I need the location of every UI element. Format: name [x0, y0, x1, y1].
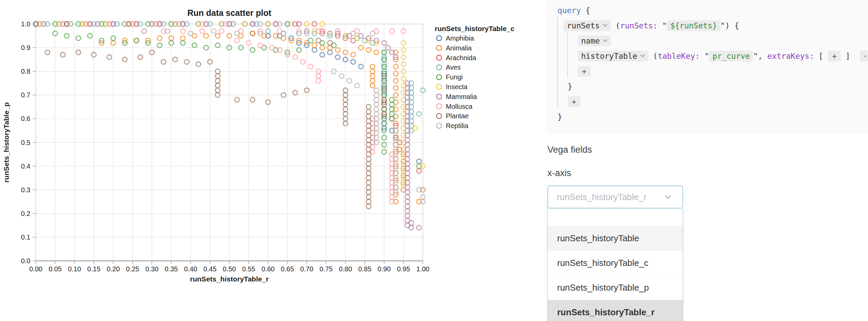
- code-token: ") {: [721, 21, 739, 30]
- template-variable-chip[interactable]: pr_curve: [709, 51, 753, 61]
- dropdown-option-runsets_historytable_c[interactable]: runSets_historyTable_c: [548, 250, 683, 275]
- legend-label: Mammalia: [446, 93, 477, 100]
- add-field-button[interactable]: +: [568, 96, 580, 107]
- vega-panel-editor: 0.000.050.100.150.200.250.300.350.400.45…: [0, 0, 868, 321]
- legend-label: Animalia: [446, 44, 472, 52]
- legend-title: runSets_historyTable_c: [435, 25, 515, 32]
- svg-text:0.9: 0.9: [21, 44, 30, 51]
- series-arachnida: [41, 22, 422, 173]
- legend-item-mollusca: Mollusca: [437, 103, 473, 110]
- svg-text:1.0: 1.0: [21, 20, 30, 28]
- dropdown-option-runsets_historytable_r[interactable]: runSets_historyTable_r: [548, 300, 683, 321]
- axes: 0.000.050.100.150.200.250.300.350.400.45…: [21, 20, 429, 273]
- svg-text:0.2: 0.2: [21, 210, 30, 217]
- field-chip-label: name: [581, 36, 600, 45]
- legend-item-plantae: Plantae: [437, 112, 469, 120]
- dropdown-search-input[interactable]: [548, 208, 683, 226]
- svg-text:0.85: 0.85: [358, 265, 371, 273]
- svg-text:0.1: 0.1: [21, 233, 30, 241]
- template-variable-chip[interactable]: ${runSets}: [667, 20, 720, 31]
- code-line: }: [547, 79, 868, 94]
- legend-item-aves: Aves: [437, 64, 461, 71]
- code-token: extraKeys:: [767, 52, 814, 60]
- legend-swatch: [437, 104, 442, 109]
- vega-fields-heading: Vega fields: [547, 145, 592, 155]
- legend-label: Aves: [446, 64, 461, 71]
- x-axis-field-menu: runSets_historyTablerunSets_historyTable…: [547, 208, 683, 321]
- svg-text:0.5: 0.5: [21, 139, 30, 146]
- x-axis-label: x-axis: [547, 168, 571, 178]
- field-chip-historytable[interactable]: historyTable: [578, 51, 648, 61]
- svg-text:0.55: 0.55: [242, 265, 255, 273]
- svg-text:0.05: 0.05: [49, 265, 62, 273]
- legend-swatch: [437, 114, 442, 119]
- add-field-button[interactable]: +: [578, 66, 591, 77]
- svg-text:0.90: 0.90: [378, 265, 391, 273]
- code-token: ": [700, 52, 709, 60]
- code-line: +: [547, 94, 868, 109]
- series-reptilia: [41, 22, 425, 204]
- legend-item-insecta: Insecta: [437, 83, 468, 91]
- x-axis-title: runSets_historyTable_r: [190, 275, 269, 283]
- query-code: query {runSets (runSets: "${runSets}") {…: [547, 3, 868, 124]
- legend-label: Amphibia: [446, 34, 474, 42]
- series-mollusca: [37, 22, 406, 204]
- dropdown-option-runsets_historytable[interactable]: runSets_historyTable: [548, 226, 683, 250]
- legend-label: Arachnida: [446, 54, 477, 61]
- query-editor: query {runSets (runSets: "${runSets}") {…: [547, 0, 868, 134]
- code-token: ": [657, 21, 667, 30]
- field-chip-runsets[interactable]: runSets: [564, 20, 611, 31]
- add-field-button[interactable]: +: [828, 51, 841, 61]
- svg-text:0.00: 0.00: [29, 265, 43, 273]
- series-mammalia: [41, 22, 422, 230]
- code-token: ]: [841, 52, 855, 60]
- chevron-down-icon: [640, 54, 645, 57]
- legend-item-fungi: Fungi: [437, 73, 463, 81]
- code-token: }: [558, 113, 562, 121]
- svg-text:0.8: 0.8: [21, 68, 30, 75]
- field-chip-label: runSets: [567, 21, 600, 30]
- chart-title: Run data scatter plot: [187, 8, 271, 18]
- field-chip-name[interactable]: name: [578, 35, 611, 46]
- svg-text:0.15: 0.15: [87, 265, 101, 273]
- svg-text:0.30: 0.30: [145, 265, 159, 273]
- legend-swatch: [437, 65, 442, 70]
- svg-text:0.7: 0.7: [21, 91, 30, 99]
- legend-swatch: [437, 94, 442, 99]
- chevron-down-icon: [603, 24, 607, 27]
- svg-text:0.10: 0.10: [68, 265, 81, 273]
- svg-text:0.70: 0.70: [300, 265, 313, 273]
- code-token: }: [568, 82, 572, 91]
- code-line: }: [547, 109, 868, 124]
- chevron-down-icon: [603, 39, 607, 42]
- y-axis-title: runSets_historyTable_p: [2, 102, 10, 183]
- legend-swatch: [437, 45, 442, 50]
- svg-text:0.35: 0.35: [165, 265, 178, 273]
- x-axis-field-select[interactable]: runSets_historyTable_r: [547, 186, 683, 208]
- legend-item-arachnida: Arachnida: [437, 54, 477, 61]
- legend-swatch: [437, 123, 442, 128]
- code-token: (: [648, 52, 658, 60]
- svg-text:0.65: 0.65: [281, 265, 294, 273]
- code-token: query: [558, 6, 581, 15]
- code-line: query {: [547, 3, 868, 18]
- svg-text:0.45: 0.45: [204, 265, 217, 273]
- code-token: runSets:: [620, 21, 658, 30]
- code-line: name: [547, 33, 868, 48]
- legend: runSets_historyTable_cAmphibiaAnimaliaAr…: [435, 25, 515, 129]
- field-chip-label: historyTable: [581, 52, 637, 60]
- more-options-button[interactable]: ···: [860, 51, 868, 61]
- dropdown-options: runSets_historyTablerunSets_historyTable…: [548, 226, 683, 321]
- legend-item-reptilia: Reptilia: [437, 122, 469, 129]
- svg-text:0.95: 0.95: [397, 265, 410, 273]
- code-token: tableKey:: [658, 52, 700, 60]
- code-token: [: [814, 52, 828, 60]
- gridlines: [36, 24, 423, 261]
- legend-item-amphibia: Amphibia: [437, 34, 474, 42]
- dropdown-option-runsets_historytable_p[interactable]: runSets_historyTable_p: [548, 275, 683, 300]
- x-axis-select-value: runSets_historyTable_r: [557, 192, 665, 202]
- chevron-down-icon: [665, 195, 672, 199]
- code-token: {: [581, 6, 590, 15]
- legend-swatch: [437, 84, 442, 90]
- svg-text:0.60: 0.60: [262, 265, 275, 273]
